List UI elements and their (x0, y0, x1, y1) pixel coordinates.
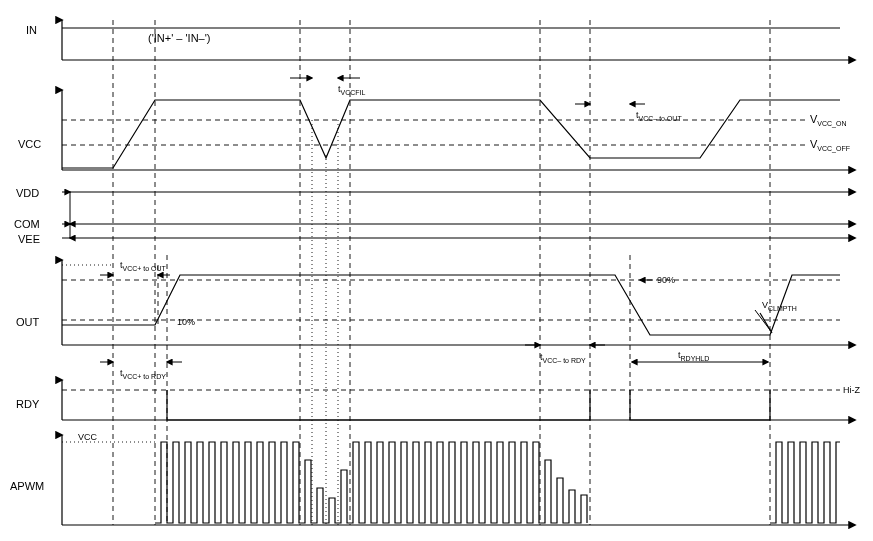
pct10: 10% (177, 317, 195, 327)
label-in: IN (26, 24, 37, 36)
vvcc-on: VVCC_ON (810, 113, 847, 128)
label-apwm: APWM (10, 480, 44, 492)
apwm-vcc-envelope: VCC (78, 432, 98, 442)
label-rdy: RDY (16, 398, 40, 410)
label-com: COM (14, 218, 40, 230)
t-vccm-out: tVCC– to OUT (636, 110, 682, 122)
t-rdyhld: tRDYHLD (678, 350, 709, 362)
label-vee: VEE (18, 233, 40, 245)
row-in: IN ('IN+' – 'IN–') (26, 20, 855, 60)
apwm-burst-2 (770, 442, 840, 523)
pct90: 90% (657, 275, 675, 285)
event-lines (113, 20, 770, 525)
timing-diagram: IN ('IN+' – 'IN–') VCC VVCC_ON VVCC_OFF … (0, 0, 873, 541)
row-rdy: RDY Hi-Z (16, 380, 860, 420)
t-vccp-out: tVCC+ to OUT (120, 260, 167, 272)
label-vcc: VCC (18, 138, 41, 150)
label-vdd: VDD (16, 187, 39, 199)
row-apwm: APWM VCC (10, 432, 855, 525)
in-formula: ('IN+' – 'IN–') (148, 32, 211, 44)
v-clmpth: VCLMPTH (762, 300, 797, 312)
t-vccm-rdy: tVCC– to RDY (540, 352, 586, 364)
row-vcc: VCC VVCC_ON VVCC_OFF tVCCFIL tVCC– to OU… (18, 78, 855, 170)
vvcc-off: VVCC_OFF (810, 138, 850, 153)
hiz: Hi-Z (843, 385, 860, 395)
apwm-burst-1 (155, 442, 587, 523)
row-out: OUT tVCC+ to OUT 10% 90% VCLMPTH tVCC– t… (16, 260, 855, 380)
label-out: OUT (16, 316, 40, 328)
dip-dotted-lines (312, 120, 338, 525)
t-vccfil: tVCCFIL (338, 84, 366, 96)
t-vccp-rdy: tVCC+ to RDY (120, 368, 166, 380)
row-vdd-com-vee: VDD COM VEE (14, 187, 855, 245)
